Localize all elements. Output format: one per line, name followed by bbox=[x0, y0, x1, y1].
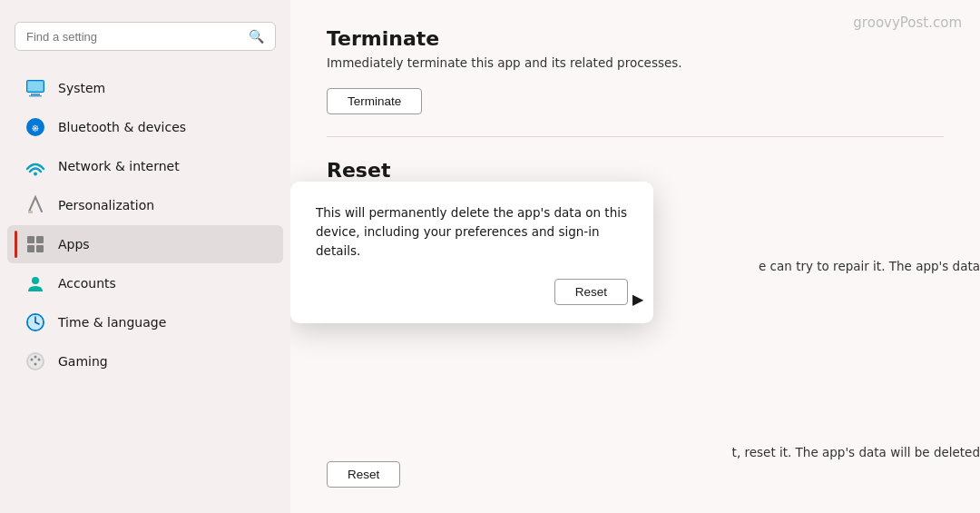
bluetooth-icon: ⎈ bbox=[25, 117, 45, 137]
gaming-icon bbox=[25, 351, 45, 371]
svg-rect-10 bbox=[36, 236, 44, 243]
sidebar-item-accounts[interactable]: Accounts bbox=[7, 264, 283, 302]
svg-point-20 bbox=[31, 359, 34, 361]
active-indicator bbox=[15, 231, 17, 258]
system-icon bbox=[25, 78, 45, 98]
svg-point-23 bbox=[34, 363, 37, 366]
sidebar-item-time[interactable]: Time & language bbox=[7, 303, 283, 341]
terminate-desc: Immediately terminate this app and its r… bbox=[327, 55, 944, 70]
sidebar: 🔍 System ⎈ Bluetooth & devices bbox=[0, 0, 290, 513]
svg-rect-8 bbox=[28, 211, 33, 213]
reset-title: Reset bbox=[327, 159, 944, 182]
accounts-icon bbox=[25, 273, 45, 293]
sidebar-item-bluetooth-label: Bluetooth & devices bbox=[58, 120, 186, 134]
truncated-right-text1: e can try to repair it. The app's data bbox=[759, 259, 980, 273]
svg-point-13 bbox=[32, 277, 39, 284]
sidebar-item-accounts-label: Accounts bbox=[58, 276, 116, 291]
dialog-reset-button[interactable]: Reset ▶ bbox=[554, 279, 628, 305]
network-icon bbox=[25, 156, 45, 176]
sidebar-item-personalization-label: Personalization bbox=[58, 198, 154, 212]
svg-point-7 bbox=[34, 173, 37, 176]
sidebar-item-gaming-label: Gaming bbox=[58, 354, 108, 369]
svg-text:⎈: ⎈ bbox=[32, 121, 39, 134]
watermark: groovyPost.com bbox=[853, 15, 962, 31]
sidebar-item-personalization[interactable]: Personalization bbox=[7, 186, 283, 224]
sidebar-item-bluetooth[interactable]: ⎈ Bluetooth & devices bbox=[7, 108, 283, 146]
section-divider bbox=[327, 136, 944, 137]
svg-rect-9 bbox=[27, 236, 34, 243]
terminate-button[interactable]: Terminate bbox=[327, 88, 422, 114]
personalization-icon bbox=[25, 195, 45, 215]
svg-point-21 bbox=[38, 359, 41, 361]
svg-rect-2 bbox=[29, 95, 42, 97]
reset-button-container: Reset bbox=[327, 461, 400, 488]
svg-rect-1 bbox=[31, 94, 40, 95]
svg-point-22 bbox=[34, 356, 37, 359]
sidebar-item-gaming[interactable]: Gaming bbox=[7, 342, 283, 380]
sidebar-item-time-label: Time & language bbox=[58, 315, 166, 330]
dialog-reset-label: Reset bbox=[575, 285, 607, 299]
sidebar-item-system[interactable]: System bbox=[7, 69, 283, 107]
reset-dialog: This will permanently delete the app's d… bbox=[290, 182, 653, 323]
truncated-right-text2: t, reset it. The app's data will be dele… bbox=[732, 445, 980, 459]
reset-button[interactable]: Reset bbox=[327, 461, 400, 488]
search-icon: 🔍 bbox=[249, 29, 264, 44]
search-box[interactable]: 🔍 bbox=[15, 22, 276, 51]
search-input[interactable] bbox=[26, 30, 241, 44]
terminate-title: Terminate bbox=[327, 27, 944, 50]
terminate-section: Terminate Immediately terminate this app… bbox=[327, 27, 944, 114]
svg-rect-11 bbox=[27, 245, 34, 252]
sidebar-item-network-label: Network & internet bbox=[58, 159, 180, 173]
dialog-text: This will permanently delete the app's d… bbox=[316, 203, 628, 261]
apps-icon bbox=[25, 234, 45, 254]
svg-rect-4 bbox=[28, 82, 43, 91]
dialog-footer: Reset ▶ bbox=[316, 279, 628, 305]
svg-rect-12 bbox=[36, 245, 44, 252]
sidebar-item-apps-label: Apps bbox=[58, 237, 90, 252]
cursor-icon: ▶ bbox=[632, 291, 643, 308]
time-icon bbox=[25, 312, 45, 332]
sidebar-item-network[interactable]: Network & internet bbox=[7, 147, 283, 185]
sidebar-item-apps[interactable]: Apps bbox=[7, 225, 283, 263]
main-content: groovyPost.com Terminate Immediately ter… bbox=[290, 0, 980, 513]
sidebar-item-system-label: System bbox=[58, 81, 105, 95]
